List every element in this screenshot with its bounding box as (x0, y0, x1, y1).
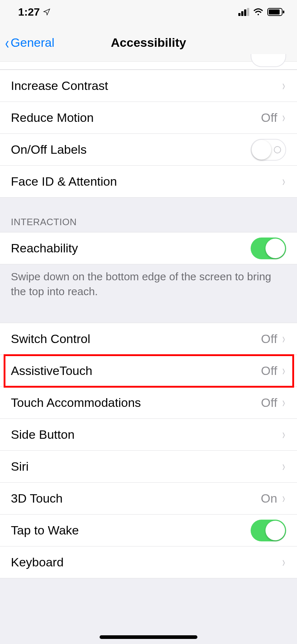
row-tap-to-wake[interactable]: Tap to Wake (0, 515, 297, 546)
row-label: Increase Contrast (11, 79, 281, 93)
chevron-right-icon: › (283, 78, 285, 94)
row-side-button[interactable]: Side Button › (0, 419, 297, 451)
row-value: Off (261, 364, 277, 378)
svg-rect-1 (269, 9, 280, 15)
toggle-reachability[interactable] (251, 238, 286, 259)
location-icon (43, 8, 51, 16)
row-siri[interactable]: Siri › (0, 451, 297, 483)
row-label: Keyboard (11, 555, 281, 569)
row-3d-touch[interactable]: 3D Touch On › (0, 483, 297, 515)
row-label: Reduce Motion (11, 111, 261, 125)
chevron-right-icon: › (283, 331, 285, 347)
back-label: General (11, 36, 54, 50)
svg-rect-2 (283, 11, 284, 13)
wifi-icon (253, 8, 264, 16)
row-label: Siri (11, 459, 281, 474)
row-assistive-touch[interactable]: AssistiveTouch Off › (0, 355, 297, 387)
row-label: Face ID & Attention (11, 174, 281, 189)
chevron-right-icon: › (283, 110, 285, 125)
section-interaction-2: Switch Control Off › AssistiveTouch Off … (0, 323, 297, 578)
home-indicator[interactable] (100, 635, 197, 639)
row-label: Touch Accommodations (11, 396, 261, 410)
row-increase-contrast[interactable]: Increase Contrast › (0, 70, 297, 102)
back-button[interactable]: ‹ General (0, 34, 54, 51)
cellular-signal-icon (238, 8, 249, 16)
row-label: AssistiveTouch (11, 364, 261, 378)
section-vision-continued: Increase Contrast › Reduce Motion Off › … (0, 70, 297, 198)
row-label: Switch Control (11, 332, 261, 346)
row-value: Off (261, 332, 277, 346)
chevron-right-icon: › (283, 427, 285, 442)
section-interaction-1: Reachability (0, 232, 297, 264)
toggle-tap-to-wake[interactable] (251, 520, 286, 541)
chevron-right-icon: › (283, 395, 285, 410)
row-label: 3D Touch (11, 491, 261, 505)
row-reachability[interactable]: Reachability (0, 232, 297, 264)
row-value: Off (261, 396, 277, 410)
chevron-right-icon: › (283, 363, 285, 379)
chevron-right-icon: › (283, 459, 285, 474)
row-value: On (261, 491, 277, 505)
row-label: Side Button (11, 428, 281, 442)
status-bar: 1:27 (0, 0, 297, 24)
row-label: Reachability (11, 241, 251, 255)
partial-scrolled-row (0, 62, 297, 70)
status-left: 1:27 (18, 6, 51, 18)
status-time: 1:27 (18, 6, 40, 18)
row-switch-control[interactable]: Switch Control Off › (0, 323, 297, 355)
row-value: Off (261, 111, 277, 125)
row-touch-accommodations[interactable]: Touch Accommodations Off › (0, 387, 297, 419)
row-label: On/Off Labels (11, 143, 251, 157)
chevron-right-icon: › (283, 174, 285, 189)
row-reduce-motion[interactable]: Reduce Motion Off › (0, 102, 297, 134)
content: Increase Contrast › Reduce Motion Off › … (0, 62, 297, 578)
section-header-interaction: INTERACTION (0, 198, 297, 232)
row-keyboard[interactable]: Keyboard › (0, 546, 297, 578)
chevron-right-icon: › (283, 491, 285, 506)
row-label: Tap to Wake (11, 523, 251, 537)
section-footer-reachability: Swipe down on the bottom edge of the scr… (0, 264, 297, 305)
chevron-right-icon: › (283, 554, 285, 570)
battery-icon (267, 8, 285, 16)
toggle-onoff-labels[interactable] (251, 139, 286, 161)
row-onoff-labels[interactable]: On/Off Labels (0, 134, 297, 166)
row-face-id-attention[interactable]: Face ID & Attention › (0, 166, 297, 198)
status-right (238, 8, 285, 16)
chevron-left-icon: ‹ (5, 34, 9, 51)
